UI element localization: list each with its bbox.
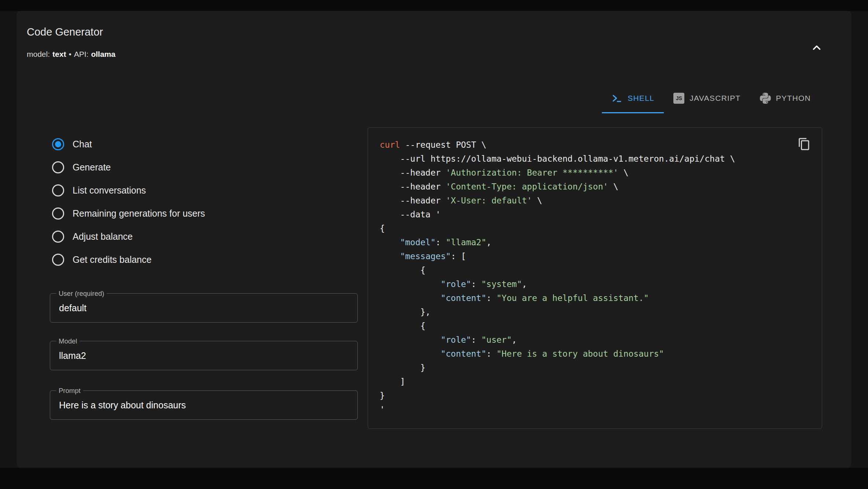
model-field[interactable]: Model (50, 341, 358, 370)
chevron-up-icon (810, 41, 823, 55)
code-line: "content": "You are a helpful assistant.… (380, 291, 810, 305)
user-field[interactable]: User (required) (50, 293, 358, 323)
radio-option-label: Adjust balance (73, 231, 133, 242)
code-line: "messages": [ (380, 249, 810, 263)
copy-button[interactable] (797, 139, 812, 153)
prompt-input[interactable] (50, 391, 357, 419)
code-line: --header 'X-User: default' \ (380, 194, 810, 207)
python-icon (760, 93, 771, 104)
tab-python[interactable]: PYTHON (750, 84, 820, 113)
prompt-field-label: Prompt (56, 386, 83, 395)
copy-icon (798, 137, 811, 155)
code-line: }, (380, 305, 810, 319)
code-line: "content": "Here is a story about dinosa… (380, 347, 810, 361)
code-line: ] (380, 375, 810, 389)
api-value: ollama (91, 49, 115, 59)
radio-option-label: Remaining generations for users (73, 208, 205, 219)
radio-unselected-icon[interactable] (52, 184, 64, 196)
radio-unselected-icon[interactable] (52, 207, 64, 220)
model-field-label: Model (56, 337, 80, 346)
radio-option-label: Get credits balance (73, 254, 151, 265)
model-input[interactable] (50, 341, 357, 370)
code-line: { (380, 221, 810, 235)
radio-group: ChatGenerateList conversationsRemaining … (52, 135, 205, 273)
radio-option[interactable]: Chat (52, 135, 205, 153)
prompt-field[interactable]: Prompt (50, 390, 358, 420)
code-line: curl --request POST \ (380, 138, 810, 152)
tab-javascript[interactable]: JS JAVASCRIPT (664, 84, 750, 113)
radio-option[interactable]: List conversations (52, 181, 205, 199)
code-line: { (380, 319, 810, 333)
radio-option-label: Generate (73, 162, 111, 173)
page-title: Code Generator (27, 25, 103, 39)
code-line: --url https://ollama-webui-backend.ollam… (380, 152, 810, 166)
code-line: --data ' (380, 207, 810, 221)
code-line: } (380, 389, 810, 402)
code-line: { (380, 263, 810, 277)
api-label: API: (74, 49, 89, 59)
javascript-icon: JS (673, 93, 684, 104)
radio-option[interactable]: Adjust balance (52, 227, 205, 246)
model-label: model: (27, 49, 50, 59)
collapse-button[interactable] (808, 40, 825, 57)
code-generator-card: Code Generator model: text • API: ollama… (17, 11, 851, 468)
code-line: ' (380, 402, 810, 416)
tab-label: PYTHON (776, 94, 811, 103)
tab-shell[interactable]: SHELL (602, 84, 664, 113)
code-line: "role": "user", (380, 333, 810, 347)
radio-unselected-icon[interactable] (52, 161, 64, 173)
code-line: --header 'Authorization: Bearer ********… (380, 166, 810, 180)
radio-selected-icon[interactable] (52, 138, 64, 150)
user-field-label: User (required) (56, 289, 107, 298)
radio-unselected-icon[interactable] (52, 254, 64, 266)
code-content: curl --request POST \ --url https://olla… (380, 138, 810, 416)
radio-option[interactable]: Get credits balance (52, 250, 205, 269)
terminal-icon (611, 93, 622, 104)
code-line: } (380, 361, 810, 375)
model-value: text (52, 49, 66, 59)
header-subtitle: model: text • API: ollama (27, 49, 115, 59)
page: Code Generator model: text • API: ollama… (0, 0, 868, 489)
language-tabs: SHELL JS JAVASCRIPT PYTHON (602, 84, 820, 113)
subtitle-separator: • (69, 49, 71, 59)
code-line: --header 'Content-Type: application/json… (380, 180, 810, 194)
tab-label: JAVASCRIPT (689, 94, 740, 103)
radio-option[interactable]: Generate (52, 158, 205, 176)
radio-option[interactable]: Remaining generations for users (52, 204, 205, 223)
radio-option-label: List conversations (73, 185, 146, 196)
tab-label: SHELL (628, 94, 654, 103)
radio-option-label: Chat (73, 139, 92, 150)
code-line: "model": "llama2", (380, 235, 810, 249)
code-block: curl --request POST \ --url https://olla… (368, 127, 822, 429)
code-line: "role": "system", (380, 277, 810, 291)
radio-unselected-icon[interactable] (52, 231, 64, 243)
